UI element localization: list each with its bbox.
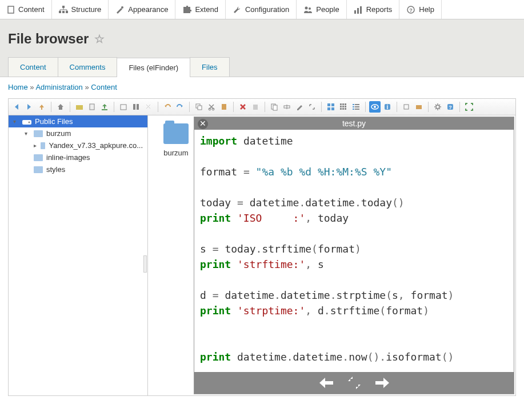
folder-item-burzum[interactable]: burzum — [156, 123, 196, 157]
forward-icon[interactable] — [23, 101, 35, 113]
redo-icon[interactable] — [174, 101, 186, 113]
svg-rect-20 — [121, 105, 126, 110]
nav-item-styles[interactable]: styles — [9, 163, 147, 175]
nav-item-burzum[interactable]: ▾ burzum — [9, 127, 147, 139]
extract-icon[interactable] — [401, 101, 412, 113]
svg-rect-45 — [345, 108, 346, 110]
code-op: () — [392, 197, 405, 209]
back-icon[interactable] — [11, 101, 22, 113]
menu-people[interactable]: People — [297, 0, 346, 19]
collapse-icon: ▾ — [13, 118, 19, 125]
elfinder-main: burzum ✕ test.py import datetime format … — [148, 115, 515, 395]
small-icons-icon[interactable] — [338, 101, 349, 113]
svg-point-10 — [305, 6, 308, 9]
paste-icon[interactable] — [218, 101, 230, 113]
tab-comments[interactable]: Comments — [58, 57, 118, 77]
up-icon[interactable] — [36, 101, 47, 113]
fullscreen-icon[interactable] — [463, 101, 475, 113]
edit-icon[interactable] — [294, 101, 305, 113]
breadcrumb-home[interactable]: Home — [8, 83, 28, 91]
svg-rect-44 — [342, 108, 344, 110]
info-icon[interactable]: i — [382, 101, 393, 113]
code-op: = — [213, 289, 219, 301]
newfolder-icon[interactable] — [74, 101, 85, 113]
viewer-content: import datetime format = "%a %b %d %H:%M… — [194, 130, 514, 372]
folder-icon — [34, 154, 43, 161]
collapse-icon[interactable]: ▾ — [25, 130, 30, 137]
duplicate-icon[interactable] — [269, 101, 280, 113]
svg-rect-47 — [355, 104, 359, 105]
svg-rect-22 — [137, 104, 139, 110]
preview-icon[interactable] — [369, 101, 381, 113]
svg-rect-49 — [355, 106, 359, 107]
code-kw: print — [200, 305, 231, 317]
menu-reports[interactable]: Reports — [347, 0, 400, 19]
settings-icon[interactable] — [432, 101, 443, 113]
upload-icon[interactable] — [99, 101, 110, 113]
tab-content[interactable]: Content — [8, 57, 58, 77]
people-icon — [303, 6, 313, 14]
code-id: datetime — [305, 197, 355, 209]
code-op: = — [237, 197, 243, 209]
code-op: , — [305, 258, 311, 270]
tab-files[interactable]: Files — [190, 57, 229, 77]
cut-icon[interactable] — [206, 101, 217, 113]
menu-appearance[interactable]: Appearance — [109, 0, 175, 19]
code-id: datetime — [250, 197, 299, 209]
svg-rect-56 — [404, 105, 409, 109]
nav-yandex-label: Yandex_v7.33_apkpure.co... — [49, 141, 143, 150]
download-icon[interactable] — [130, 101, 142, 113]
menu-content[interactable]: Content — [0, 0, 52, 19]
code-op: () — [442, 351, 454, 363]
empty-icon[interactable] — [250, 101, 261, 113]
menu-configuration[interactable]: Configuration — [226, 0, 297, 19]
help-btn-icon[interactable]: ? — [445, 101, 456, 113]
breadcrumb-content[interactable]: Content — [91, 83, 117, 91]
home-icon[interactable] — [55, 101, 66, 113]
menu-help[interactable]: ?Help — [399, 0, 442, 19]
getfile-icon[interactable] — [143, 101, 154, 113]
nav-item-inline-images[interactable]: inline-images — [9, 151, 147, 163]
elfinder-toolbar: i ? — [9, 99, 515, 115]
list-view-icon[interactable] — [350, 101, 362, 113]
menu-structure-label: Structure — [71, 5, 102, 14]
resize-handle[interactable] — [143, 255, 147, 273]
archive-icon[interactable] — [413, 101, 425, 113]
next-icon[interactable] — [374, 377, 390, 389]
wrench-icon — [233, 6, 242, 14]
icons-view-icon[interactable] — [325, 101, 337, 113]
svg-text:i: i — [387, 104, 389, 110]
nav-root[interactable]: ▾ Public Files — [9, 115, 147, 127]
code-op: = — [243, 166, 250, 178]
expand-icon[interactable]: ▸ — [34, 142, 37, 149]
code-op: . — [355, 197, 361, 209]
code-id: today — [200, 197, 231, 209]
code-id: s — [200, 243, 206, 255]
undo-icon[interactable] — [162, 101, 173, 113]
resize-icon[interactable] — [306, 101, 318, 113]
fullscreen-toggle-icon[interactable] — [347, 375, 362, 390]
breadcrumb-administration[interactable]: Administration — [35, 83, 82, 91]
menu-help-label: Help — [419, 5, 434, 14]
copy-icon[interactable] — [193, 101, 205, 113]
prev-icon[interactable] — [318, 377, 334, 389]
menu-extend[interactable]: Extend — [175, 0, 225, 19]
breadcrumb-sep: » — [30, 83, 35, 91]
rename-icon[interactable] — [281, 101, 293, 113]
close-icon[interactable]: ✕ — [198, 119, 208, 129]
newfile-icon[interactable] — [86, 101, 98, 113]
nav-burzum-label: burzum — [46, 129, 71, 138]
delete-icon[interactable] — [237, 101, 249, 113]
puzzle-icon — [182, 6, 191, 14]
nav-item-yandex[interactable]: ▸ Yandex_v7.33_apkpure.co... — [9, 139, 147, 151]
open-icon[interactable] — [118, 101, 129, 113]
star-icon[interactable]: ☆ — [94, 32, 105, 46]
svg-rect-30 — [273, 105, 277, 110]
menu-reports-label: Reports — [366, 5, 393, 14]
menu-structure[interactable]: Structure — [52, 0, 109, 19]
code-str: 'strptime:' — [237, 305, 305, 317]
file-viewer: ✕ test.py import datetime format = "%a %… — [194, 117, 514, 394]
menu-appearance-label: Appearance — [128, 5, 168, 14]
tab-files-elfinder[interactable]: Files (elFinder) — [117, 58, 190, 77]
code-id: format — [411, 289, 448, 301]
